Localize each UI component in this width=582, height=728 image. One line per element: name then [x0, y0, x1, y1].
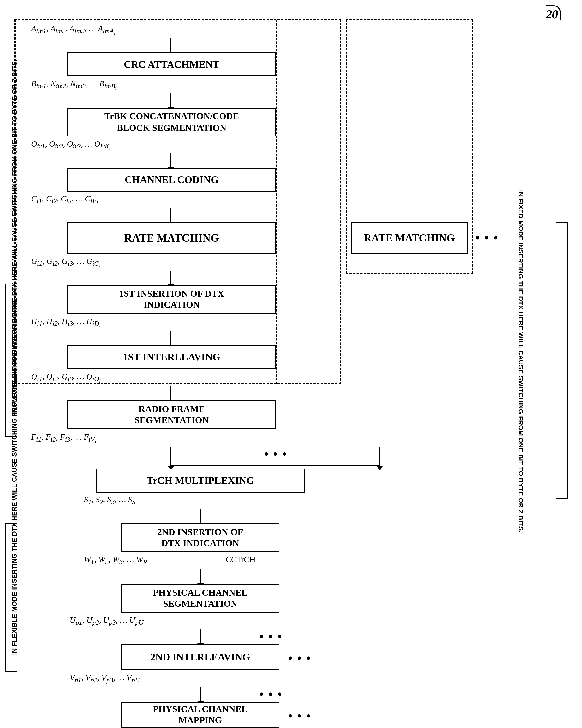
box-trch-mux: TrCH MULTIPLEXING	[96, 469, 305, 493]
label-vpu: Vp1, Vp2, Vp3, … VpU	[70, 673, 140, 684]
box-crc: CRC ATTACHMENT	[67, 52, 276, 76]
label-wr: W1, W2, W3, … WR	[84, 555, 147, 566]
hline-trch	[171, 465, 380, 466]
box-interleaving-1: 1ST INTERLEAVING	[67, 345, 276, 369]
dots-fi: • • •	[264, 447, 288, 461]
box-channel-coding: CHANNEL CODING	[67, 168, 276, 192]
dots-interleaving2: • • •	[288, 651, 312, 665]
label-cctrch: CCTrCH	[226, 555, 255, 564]
arrow-gi	[170, 270, 171, 285]
arrow-fi-right	[379, 447, 380, 466]
arrow-fi	[170, 447, 171, 466]
side-text-flexible-bottom: IN FLEXIBLE MODE INSERTING THE DTX HERE …	[10, 506, 18, 655]
label-hi: Hi1, Hi2, Hi3, … HiDi	[31, 317, 101, 329]
arrow-aim	[170, 38, 171, 52]
inner-divider	[276, 20, 277, 384]
box-interleaving-2: 2ND INTERLEAVING	[121, 644, 279, 670]
page: 20 Aim1, Aim2, Aim3, … AimAi CRC ATTACHM…	[0, 0, 582, 728]
arrow-bim	[170, 93, 171, 108]
fig-number: 20	[546, 7, 558, 21]
brace-fixed	[556, 223, 567, 499]
label-fi: Fi1, Fi2, Fi3, … FiVi	[31, 433, 96, 444]
box-radio-frame: RADIO FRAMESEGMENTATION	[67, 400, 276, 429]
arrow-ci	[170, 208, 171, 223]
label-upu: Up1, Up2, Up3, … UpU	[70, 616, 144, 626]
arrow-oir	[170, 153, 171, 168]
dots-rate-matching: • • •	[475, 231, 499, 244]
label-bim: Bim1, Nim2, Nim3, … BimBi	[31, 79, 117, 91]
label-aim: Aim1, Aim2, Aim3, … AimAi	[31, 24, 115, 36]
label-qi: Qi1, Qi2, Qi3, … QiQi	[31, 372, 101, 384]
label-gi: Gi1, Gi2, Gi3, … GiGi	[31, 257, 101, 269]
arrow-wr	[200, 569, 201, 584]
arrow-upu	[200, 629, 201, 644]
dots-vpu: • • •	[259, 687, 283, 701]
box-phys-ch-map: PHYSICAL CHANNELMAPPING	[121, 702, 279, 728]
side-text-fixed: IN FIXED MODE INSERTING THE DTX HERE WIL…	[517, 190, 525, 466]
arrow-vpu	[200, 687, 201, 702]
dots-map: • • •	[288, 709, 312, 723]
box-rate-matching-2: RATE MATCHING	[351, 223, 468, 254]
arrow-qi	[170, 386, 171, 400]
arrow-hi	[170, 331, 171, 345]
box-dtx-1: 1ST INSERTION OF DTXINDICATION	[67, 285, 276, 314]
label-oir: Oir1, Oir2, Oir3, … OirKi	[31, 139, 111, 151]
dots-upu: • • •	[259, 629, 283, 644]
arrow-ss	[200, 509, 201, 523]
label-ci: Ci1, Ci2, Ci3, … CiEi	[31, 194, 98, 206]
label-ss: S1, S2, S3, … SS	[84, 495, 135, 506]
box-dtx-2: 2ND INSERTION OFDTX INDICATION	[121, 523, 279, 552]
box-trbk: TrBK CONCATENATION/CODEBLOCK SEGMENTATIO…	[67, 108, 276, 136]
box-rate-matching-1: RATE MATCHING	[67, 223, 276, 254]
box-phys-ch-seg: PHYSICAL CHANNELSEGMENTATION	[121, 584, 279, 613]
